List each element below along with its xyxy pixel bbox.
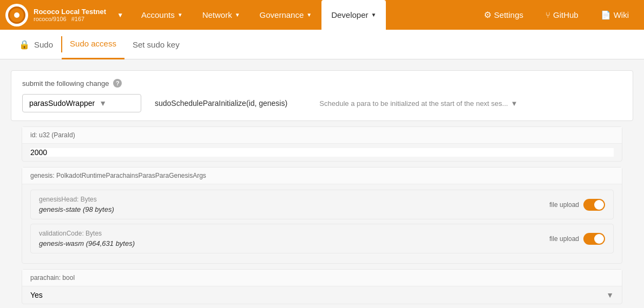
gear-icon: ⚙ [484, 10, 491, 20]
nav-github[interactable]: ⑂ GitHub [536, 0, 588, 30]
parachain-select[interactable]: Yes [30, 291, 606, 299]
nav-governance[interactable]: Governance ▼ [250, 0, 322, 30]
nav-developer[interactable]: Developer ▼ [321, 0, 386, 30]
subnav-set-sudo-key[interactable]: Set sudo key [124, 30, 188, 59]
help-icon[interactable]: ? [113, 79, 122, 88]
id-field-label: id: u32 (ParaId) [22, 127, 622, 144]
app-logo[interactable] [5, 4, 28, 26]
nav-wiki[interactable]: 📄 Wiki [591, 0, 639, 30]
subnav-divider [61, 36, 62, 52]
file-upload-toggle-2: file upload [549, 233, 605, 245]
validation-code-label: validationCode: Bytes [39, 230, 549, 237]
parachain-bool-section: parachain: bool Yes ▼ [22, 269, 622, 304]
genesis-label: genesis: PolkadotRuntimeParachainsParasP… [22, 168, 622, 184]
genesis-section: genesis: PolkadotRuntimeParachainsParasP… [22, 167, 622, 264]
genesis-head-value: genesis-state (98 bytes) [39, 205, 549, 213]
wiki-icon: 📄 [601, 10, 611, 20]
genesis-inner: genesisHead: Bytes genesis-state (98 byt… [22, 184, 622, 263]
submit-change-card: submit the following change ? parasSudoW… [11, 70, 633, 121]
network-name: Rococo Local Testnet [34, 8, 106, 16]
main-content: submit the following change ? parasSudoW… [0, 59, 644, 308]
top-nav: Rococo Local Testnet rococo/9106 #167 ▼ … [0, 0, 644, 30]
chevron-down-icon: ▼ [371, 12, 377, 18]
id-field-section: id: u32 (ParaId) [22, 126, 622, 162]
pallet-select[interactable]: parasSudoWrapper ▼ [22, 94, 141, 112]
file-upload-toggle-switch-2[interactable] [583, 233, 605, 245]
network-info: Rococo Local Testnet rococo/9106 #167 [34, 8, 106, 22]
file-upload-toggle-1: file upload [549, 199, 605, 211]
nav-accounts[interactable]: Accounts ▼ [132, 0, 193, 30]
id-field-value [22, 144, 622, 161]
chevron-down-icon: ▼ [235, 12, 240, 18]
parachain-select-row: Yes ▼ [22, 286, 622, 304]
subnav-sudo[interactable]: 🔒 Sudo [11, 30, 61, 59]
select-row: parasSudoWrapper ▼ sudoScheduleParaIniti… [22, 94, 622, 112]
chevron-down-icon: ▼ [178, 12, 183, 18]
github-icon: ⑂ [546, 10, 550, 19]
validation-code-row: validationCode: Bytes genesis-wasm (964,… [30, 224, 614, 253]
lock-icon: 🔒 [19, 39, 30, 50]
validation-code-content: validationCode: Bytes genesis-wasm (964,… [39, 230, 549, 247]
chevron-down-icon: ▼ [306, 12, 312, 18]
nav-network[interactable]: Network ▼ [193, 0, 250, 30]
subnav-sudo-access[interactable]: Sudo access [62, 30, 124, 59]
genesis-head-content: genesisHead: Bytes genesis-state (98 byt… [39, 196, 549, 213]
submit-header: submit the following change ? [22, 79, 622, 88]
chevron-down-icon: ▼ [606, 291, 614, 299]
nav-settings[interactable]: ⚙ Settings [474, 0, 533, 30]
network-sub: rococo/9106 #167 [34, 16, 106, 22]
function-desc: Schedule a para to be initialized at the… [319, 99, 622, 108]
parachain-label: parachain: bool [22, 270, 622, 286]
id-input[interactable] [30, 148, 614, 157]
chevron-down-icon: ▼ [99, 99, 134, 108]
genesis-head-row: genesisHead: Bytes genesis-state (98 byt… [30, 190, 614, 219]
validation-code-value: genesis-wasm (964,631 bytes) [39, 239, 549, 247]
genesis-head-label: genesisHead: Bytes [39, 196, 549, 203]
nav-right: ⚙ Settings ⑂ GitHub 📄 Wiki [474, 0, 639, 30]
sub-nav: 🔒 Sudo Sudo access Set sudo key [0, 30, 644, 59]
file-upload-toggle-switch-1[interactable] [583, 199, 605, 211]
chevron-down-icon: ▼ [117, 11, 123, 19]
chevron-down-icon: ▼ [511, 99, 518, 108]
function-label: sudoScheduleParaInitialize(id, genesis) [155, 99, 306, 108]
